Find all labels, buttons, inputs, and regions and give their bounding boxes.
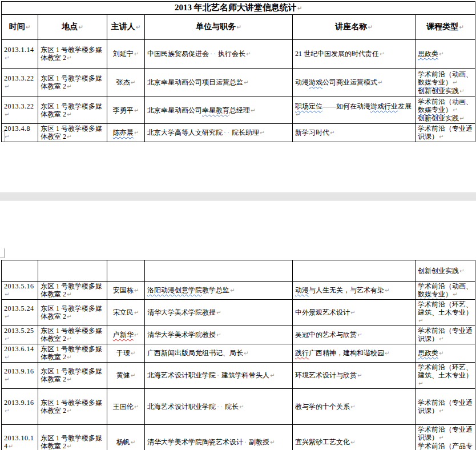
cell-location[interactable]: 东区 1 号教学楼多媒体教室 2↵ — [38, 389, 107, 425]
cell-location[interactable]: 东区 1 号教学楼多媒体教室 2↵ — [38, 40, 107, 69]
cell-time[interactable]: 2013.5.24↵ — [2, 300, 38, 326]
column-header[interactable]: 主讲人↵ — [107, 15, 145, 40]
cell-time[interactable]: 2013.5.25↵ — [2, 326, 38, 344]
cell-location[interactable]: 东区 1 号教学楼多媒体教室 2↵ — [38, 300, 107, 326]
paragraph-mark: ↵ — [438, 408, 443, 414]
space-formatting-mark: · — [216, 371, 221, 379]
cell-unit-title[interactable]: 北海艺术设计职业学院··院长↵ — [145, 389, 293, 425]
cell-unit-title[interactable]: 北京幸星动画公司幸星教育总经理↵ — [145, 97, 293, 124]
cell-course-type[interactable]: 学术前沿（动画、数媒专业）↵创新创业实践↵ — [416, 69, 475, 97]
cell-unit-title[interactable]: 清华大学美术学院教授↵ — [145, 300, 293, 326]
cell-unit-title[interactable]: 清华大学美术学院陶瓷艺术设计·副教授↵ — [145, 425, 293, 450]
cell-lecture-name[interactable]: 动漫游戏公司商业运营模式↵ — [293, 69, 416, 97]
cell-time[interactable]: 2013.1.14↵ — [2, 40, 38, 69]
column-header[interactable]: 时间↵ — [2, 15, 38, 40]
cell-unit-title[interactable]: 清华大学美术学院教授↵ — [145, 326, 293, 344]
cell-unit-title[interactable]: 洛阳动漫创意学院教学总监↵ — [145, 282, 293, 300]
column-header[interactable]: 单位与职务↵ — [145, 15, 293, 40]
cell-unit-title[interactable]: 北京幸星动画公司项目运营总监↵ — [145, 69, 293, 97]
column-header[interactable]: 课程类型↵ — [416, 15, 475, 40]
cell-time[interactable]: 2013.6.14↵ — [2, 344, 38, 363]
cell-location[interactable]: 东区 1 号教学楼多媒体教室 2↵ — [38, 282, 107, 300]
cell-lecture-name[interactable]: 中外景观艺术设计↵ — [293, 300, 416, 326]
cell-location[interactable]: 东区 1 号教学楼多媒体教室 2↵ — [38, 69, 107, 97]
text-run: ——如何在动漫 — [322, 102, 370, 110]
cell-lecture-name[interactable]: 教与学的十个关系↵ — [293, 389, 416, 425]
cell-speaker[interactable]: 黄健↵ — [107, 363, 145, 389]
column-header[interactable]: 地点↵ — [38, 15, 107, 40]
paragraph-mark: ↵ — [350, 404, 355, 410]
paragraph-mark: ↵ — [66, 111, 71, 118]
cell-speaker[interactable] — [107, 260, 145, 282]
cell-lecture-name[interactable]: 宜兴紫砂工艺文化↵ — [293, 425, 416, 450]
column-header-text: 讲座名称 — [335, 22, 367, 31]
text-run: 学术前沿（环艺、建筑、土木专业） — [418, 363, 473, 379]
cell-time[interactable]: 2013.4.8↵ — [2, 124, 38, 142]
cell-location[interactable]: 东区 1 号教学楼多媒体教室 2↵ — [38, 363, 107, 389]
paragraph-mark: ↵ — [384, 350, 389, 356]
cell-course-type[interactable]: 学术前沿（专业通识课）↵ — [416, 124, 475, 142]
cell-lecture-name[interactable]: 践行广西精神，建构和谐校园↵ — [293, 344, 416, 363]
cell-course-type[interactable]: 学术前沿（环艺、建筑、土木专业）↵ — [416, 363, 475, 389]
cell-speaker[interactable]: 刘延宁↵ — [107, 40, 145, 69]
cell-unit-title[interactable]: 广西新闻出版局党组书记、局长↵ — [145, 344, 293, 363]
cell-speaker[interactable]: 王国伦↵ — [107, 389, 145, 425]
cell-course-type[interactable]: 学术前沿（专业通识课）↵ — [416, 326, 475, 344]
cell-location[interactable]: 东区 1 号教学楼多媒体教室 2↵ — [38, 425, 107, 450]
cell-course-type[interactable]: 思政类↵ — [416, 40, 475, 69]
cell-lecture-name[interactable]: 动漫与人生无关，与艺术有染↵ — [293, 282, 416, 300]
cell-lecture-name[interactable] — [293, 260, 416, 282]
cell-time[interactable]: 2013.5.16↵ — [2, 282, 38, 300]
document-title[interactable]: 2013 年北艺名师大讲堂信息统计↵ — [2, 2, 475, 15]
cell-speaker[interactable]: 宋立民↵ — [107, 300, 145, 326]
cell-time[interactable] — [2, 260, 38, 282]
paragraph-mark: ↵ — [4, 336, 9, 342]
cell-speaker[interactable]: 于瑮↵ — [107, 344, 145, 363]
cell-course-type[interactable]: 学术前沿（动画、数媒专业）↵创新创业实践↵ — [416, 97, 475, 124]
paragraph-mark: ↵ — [66, 376, 71, 383]
cell-lecture-name[interactable]: 环境艺术设计与欣赏↵ — [293, 363, 416, 389]
column-header-text: 地点 — [62, 22, 78, 31]
cell-lecture-name[interactable]: 新学习时代↵ — [293, 124, 416, 142]
cell-time[interactable]: 2013.3.22↵ — [2, 97, 38, 124]
text-run: 北京幸星动画公司项目运营总监 — [147, 78, 243, 86]
cell-lecture-name[interactable]: 职场定位——如何在动漫游戏行业发展↵ — [293, 97, 416, 124]
cell-unit-title[interactable]: 中国民族贸易促进会··执行会长↵ — [145, 40, 293, 69]
column-header[interactable]: 讲座名称↵ — [293, 15, 416, 40]
cell-course-type[interactable]: 学术前沿（动画、数媒专业）↵ — [416, 282, 475, 300]
cell-speaker[interactable]: 卢新华↵ — [107, 326, 145, 344]
paragraph-mark: ↵ — [66, 443, 71, 449]
cell-course-type[interactable]: 学术前沿（专业通识课）↵学术前沿（产品专业）↵ — [416, 425, 475, 450]
cell-unit-title[interactable]: 北京大学高等人文研究院··院长助理↵ — [145, 124, 293, 142]
text-run: 北京大学高等人文研究院 — [147, 128, 223, 136]
cell-unit-title[interactable]: 北海艺术设计职业学院·建筑学科带头人↵ — [145, 363, 293, 389]
cell-unit-title[interactable] — [145, 260, 293, 282]
paragraph-mark: ↵ — [130, 439, 135, 445]
cell-speaker[interactable]: 安国栋↵ — [107, 282, 145, 300]
cell-lecture-name[interactable]: 21 世纪中国发展的时代责任↵ — [293, 40, 416, 69]
cell-speaker[interactable]: 李勇平↵ — [107, 97, 145, 124]
cell-lecture-name[interactable]: 吴冠中的艺术与欣赏↵ — [293, 326, 416, 344]
paragraph-mark: ↵ — [134, 130, 139, 136]
spellcheck-flagged-text: 职场定位 — [295, 102, 322, 110]
table-row: 2013.5.24↵东区 1 号教学楼多媒体教室 2↵宋立民↵清华大学美术学院教… — [2, 300, 475, 326]
cell-location[interactable]: 东区 1 号教学楼多媒体教室 2↵ — [38, 97, 107, 124]
cell-speaker[interactable]: 张杰↵ — [107, 69, 145, 97]
paragraph-mark: ↵ — [134, 404, 139, 410]
cell-speaker[interactable]: 杨帆↵ — [107, 425, 145, 450]
cell-time[interactable]: 2013.9.16↵ — [2, 389, 38, 425]
cell-time[interactable]: 2013.10.14↵ — [2, 425, 38, 450]
cell-course-type[interactable]: 学术前沿（专业通识课）↵ — [416, 389, 475, 425]
paragraph-mark: ↵ — [452, 107, 457, 113]
cell-time[interactable]: 2013.3.22↵ — [2, 69, 38, 97]
cell-location[interactable]: 东区 1 号教学楼多媒体教室 2↵ — [38, 344, 107, 363]
cell-course-type[interactable]: 思政类↵ — [416, 344, 475, 363]
cell-speaker[interactable]: 陈亦晨↵ — [107, 124, 145, 142]
cell-location[interactable]: 东区 1 号教学楼多媒体教室 2↵ — [38, 326, 107, 344]
cell-course-type[interactable]: 创新创业实践↵ — [416, 260, 475, 282]
cell-course-type[interactable]: 学术前沿（环艺、建筑、土木专业）↵ — [416, 300, 475, 326]
cell-location[interactable] — [38, 260, 107, 282]
cell-time[interactable]: 2013.9.16↵ — [2, 363, 38, 389]
cell-location[interactable]: 东区 1 号教学楼多媒体教室 2↵ — [38, 124, 107, 142]
table-row: 2013.3.22↵东区 1 号教学楼多媒体教室 2↵李勇平↵北京幸星动画公司幸… — [2, 97, 475, 124]
